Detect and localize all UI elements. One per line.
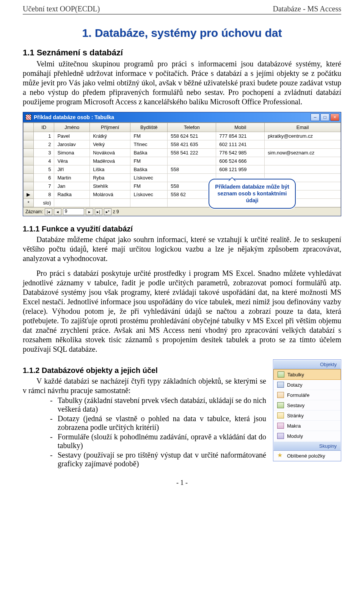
table-row[interactable]: 1PavelKrátkýFM558 624 521777 854 321pkra… — [24, 132, 341, 140]
col-prijmeni[interactable]: Příjmení — [90, 123, 130, 132]
close-button[interactable]: × — [330, 113, 339, 121]
objects-item-tabulky[interactable]: Tabulky — [273, 369, 341, 380]
maximize-button[interactable]: □ — [320, 113, 329, 121]
cell[interactable]: Pavel — [54, 132, 90, 140]
cell[interactable]: Jan — [54, 182, 90, 190]
section-1-1-1-para2: Pro práci s databází poskytuje určité pr… — [23, 269, 341, 354]
cell[interactable]: Radka — [54, 190, 90, 199]
cell[interactable]: 558 541 222 — [168, 149, 216, 157]
objects-item-dotazy[interactable]: Dotazy — [273, 380, 341, 390]
cell[interactable]: FM — [130, 132, 168, 140]
cell[interactable]: sim.now@seznam.cz — [265, 149, 341, 157]
cell[interactable]: Liška — [90, 165, 130, 174]
section-1-1-heading: 1.1 Seznámení s databází — [23, 48, 341, 58]
cell[interactable] — [130, 199, 168, 207]
table-row[interactable]: 3SimonaNovákováBaška558 541 222776 542 9… — [24, 149, 341, 157]
cell[interactable]: Krátký — [90, 132, 130, 140]
col-mobil[interactable]: Mobil — [216, 123, 265, 132]
nav-prev-button[interactable]: ◂ — [54, 208, 61, 215]
list-item: Tabulky (základní stavební prvek všech d… — [50, 396, 266, 414]
objects-group-header[interactable]: Objekty — [273, 360, 341, 369]
col-jmeno[interactable]: Jméno — [54, 123, 90, 132]
row-selector-header[interactable] — [24, 123, 34, 132]
cell[interactable] — [54, 199, 90, 207]
col-bydliste[interactable]: Bydliště — [130, 123, 168, 132]
objects-item-formulare[interactable]: Formuláře — [273, 390, 341, 400]
objects-item-favorites[interactable]: Oblíbené položky — [273, 451, 341, 461]
cell[interactable]: Věra — [54, 157, 90, 165]
cell[interactable]: Stehlík — [90, 182, 130, 190]
cell[interactable]: Ryba — [90, 174, 130, 182]
nav-new-button[interactable]: ▸* — [104, 208, 111, 215]
cell[interactable]: 2 — [34, 140, 54, 149]
cell[interactable]: 558 624 521 — [168, 132, 216, 140]
cell[interactable]: Molárová — [90, 190, 130, 199]
cell[interactable]: FM — [130, 182, 168, 190]
cell[interactable]: Martin — [54, 174, 90, 182]
access-screenshot: Příklad databáze osob : Tabulka – □ × ID… — [23, 112, 341, 216]
cell[interactable]: Jaroslav — [54, 140, 90, 149]
row-selector[interactable] — [24, 149, 34, 157]
table-row[interactable]: 5JiříLiškaBaška558608 121 959 — [24, 165, 341, 174]
cell[interactable]: Lískovec — [130, 190, 168, 199]
cell[interactable]: slo) — [34, 199, 54, 207]
row-selector[interactable]: * — [24, 199, 34, 207]
cell[interactable]: 1 — [34, 132, 54, 140]
cell[interactable]: FM — [130, 157, 168, 165]
cell[interactable]: 558 421 635 — [168, 140, 216, 149]
row-selector[interactable] — [24, 157, 34, 165]
groups-group-header[interactable]: Skupiny — [273, 441, 341, 451]
cell[interactable]: Simona — [54, 149, 90, 157]
cell[interactable]: 6 — [34, 174, 54, 182]
row-selector[interactable] — [24, 140, 34, 149]
row-selector[interactable] — [24, 174, 34, 182]
row-selector[interactable] — [24, 182, 34, 190]
objects-item-sestavy[interactable]: Sestavy — [273, 400, 341, 411]
cell[interactable]: Baška — [130, 149, 168, 157]
list-item: Sestavy (používají se pro tištěný výstup… — [50, 451, 266, 468]
cell[interactable]: 608 121 959 — [216, 165, 265, 174]
col-id[interactable]: ID — [34, 123, 54, 132]
cell[interactable] — [265, 140, 341, 149]
nav-next-button[interactable]: ▸ — [86, 208, 93, 215]
objects-item-makra[interactable]: Makra — [273, 421, 341, 431]
row-selector[interactable] — [24, 165, 34, 174]
cell[interactable]: 558 — [168, 165, 216, 174]
cell[interactable]: Lískovec — [130, 174, 168, 182]
cell[interactable]: pkratky@centrum.cz — [265, 132, 341, 140]
cell[interactable]: Třinec — [130, 140, 168, 149]
cell[interactable]: Nováková — [90, 149, 130, 157]
cell[interactable] — [168, 157, 216, 165]
cell[interactable]: 4 — [34, 157, 54, 165]
cell[interactable]: Baška — [130, 165, 168, 174]
record-number-input[interactable]: 9 — [63, 208, 84, 215]
cell[interactable]: 606 524 666 — [216, 157, 265, 165]
objects-item-label: Stránky — [287, 413, 304, 418]
cell[interactable]: Velký — [90, 140, 130, 149]
cell[interactable] — [90, 199, 130, 207]
cell[interactable]: 3 — [34, 149, 54, 157]
col-email[interactable]: Email — [265, 123, 341, 132]
minimize-button[interactable]: – — [311, 113, 320, 121]
objects-item-moduly[interactable]: Moduly — [273, 431, 341, 441]
cell[interactable]: 776 542 985 — [216, 149, 265, 157]
table-row[interactable]: 4VěraMaděrováFM606 524 666 — [24, 157, 341, 165]
cell[interactable] — [265, 157, 341, 165]
cell[interactable] — [168, 174, 216, 182]
row-selector[interactable] — [24, 132, 34, 140]
cell[interactable]: Jiří — [54, 165, 90, 174]
row-selector[interactable]: ▶ — [24, 190, 34, 199]
nav-first-button[interactable]: |◂ — [45, 208, 52, 215]
objects-item-stranky[interactable]: Stránky — [273, 411, 341, 421]
cell[interactable]: 777 854 321 — [216, 132, 265, 140]
cell[interactable]: 8 — [34, 190, 54, 199]
cell[interactable]: 5 — [34, 165, 54, 174]
cell[interactable]: Maděrová — [90, 157, 130, 165]
cell[interactable] — [265, 165, 341, 174]
section-1-1-para: Velmi užitečnou skupinou programů pro pr… — [23, 59, 341, 107]
table-row[interactable]: 2JaroslavVelkýTřinec558 421 635602 111 2… — [24, 140, 341, 149]
cell[interactable]: 7 — [34, 182, 54, 190]
nav-last-button[interactable]: ▸| — [95, 208, 102, 215]
col-telefon[interactable]: Telefon — [168, 123, 216, 132]
cell[interactable]: 602 111 241 — [216, 140, 265, 149]
